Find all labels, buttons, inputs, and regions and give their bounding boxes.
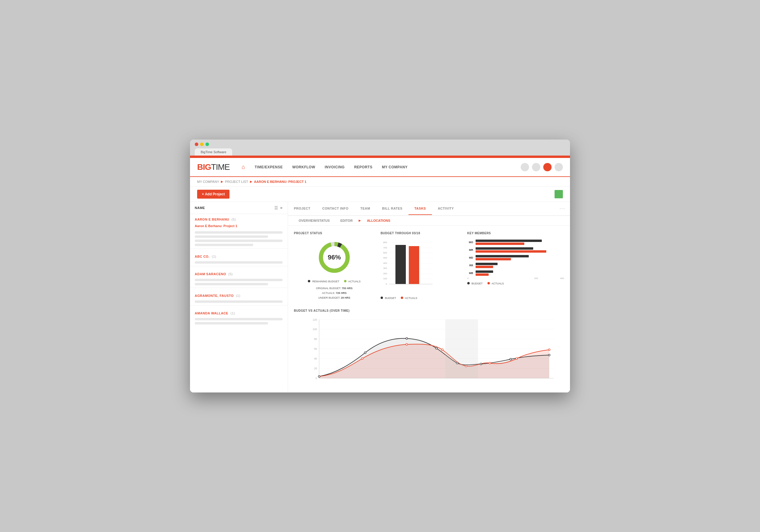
sidebar-group-label-abc: ABC CO.: [195, 255, 210, 258]
sidebar-divider-3: [190, 288, 288, 288]
svg-point-52: [516, 358, 517, 360]
nav-items: TIME/EXPENSE WORKFLOW INVOICING REPORTS …: [255, 165, 407, 169]
dot-red[interactable]: [195, 142, 198, 146]
svg-point-44: [480, 363, 482, 365]
breadcrumb: MY COMPANY ▶ PROJECT LIST ▶ AARON E BERH…: [190, 177, 570, 187]
svg-point-42: [436, 347, 437, 349]
svg-point-41: [406, 338, 407, 339]
sidebar-group-adam[interactable]: ADAM SARACENO (5): [190, 269, 288, 277]
svg-text:500: 500: [383, 257, 387, 259]
sidebar-group-count-aaron: (5): [232, 218, 236, 221]
tabs-bar: PROJECT CONTACT INFO TEAM BILL RATES TAS…: [288, 202, 570, 216]
nav-invoicing[interactable]: INVOICING: [325, 165, 345, 169]
dot-yellow[interactable]: [200, 142, 204, 146]
sidebar-group-label-agramonte: AGRAMONTE, FAUSTO: [195, 294, 234, 298]
sidebar-placeholder-adam-1: [195, 279, 283, 281]
top-bar: [190, 156, 570, 158]
sidebar-placeholder-adam-2: [195, 283, 268, 285]
member-budget-bar-mb: [476, 270, 494, 273]
sub-tabs: OVERVIEW/STATUS EDITOR ▶ ALLOCATIONS: [288, 216, 570, 226]
add-project-button[interactable]: + Add Project: [197, 190, 229, 199]
sub-tab-overview[interactable]: OVERVIEW/STATUS: [294, 216, 335, 225]
sidebar-item-aaron-project1[interactable]: Aaron E Berhanu: Project 1: [190, 222, 288, 229]
member-actuals-bar-md: [476, 258, 511, 260]
header-btn-user[interactable]: [532, 163, 540, 171]
sidebar-group-count-abc: (1): [212, 255, 216, 258]
svg-text:600: 600: [383, 252, 387, 254]
bar-legend-dot-budget: [381, 297, 383, 299]
sidebar-divider-4: [190, 305, 288, 306]
svg-point-53: [548, 349, 550, 351]
members-bars: MO MR: [467, 240, 564, 276]
svg-text:700: 700: [383, 246, 387, 249]
charts-row: PROJECT STATUS: [294, 231, 564, 301]
sidebar-group-aaron[interactable]: AARON E BERHANU (5): [190, 214, 288, 222]
legend-remaining: REMAINING BUDGET: [308, 280, 339, 283]
svg-point-46: [548, 354, 550, 356]
svg-text:100: 100: [383, 277, 387, 280]
sidebar-group-amanda[interactable]: AMANDA WALLACE (1): [190, 308, 288, 316]
sidebar-group-count-agramonte: (1): [236, 294, 240, 298]
donut-label: 96%: [328, 254, 341, 261]
tab-more[interactable]: ···: [555, 202, 570, 216]
svg-text:0: 0: [315, 377, 317, 380]
breadcrumb-my-company[interactable]: MY COMPANY: [197, 180, 219, 183]
tab-contact-info[interactable]: CONTACT INFO: [316, 203, 354, 215]
logo-big: BIG: [197, 163, 211, 172]
breadcrumb-current: AARON E BERHANU: PROJECT 1: [254, 180, 307, 183]
browser-chrome: BigTime Software: [190, 139, 570, 156]
member-bars-mr: [476, 247, 564, 253]
logo: BIG TIME: [197, 163, 230, 172]
svg-text:800: 800: [383, 241, 387, 244]
member-row-rr: RR: [467, 263, 564, 268]
svg-text:200: 200: [383, 272, 387, 275]
member-actuals-bar-mb: [476, 273, 489, 276]
header-btn-more[interactable]: [554, 163, 563, 171]
sidebar-placeholder-4: [195, 244, 253, 246]
key-members-card: KEY MEMBERS MO: [467, 231, 564, 301]
sidebar-group-abc[interactable]: ABC CO. (1): [190, 251, 288, 260]
sidebar-name-label: NAME: [195, 206, 272, 210]
browser-window: BigTime Software BIG TIME ⌂ TIME/EXPENSE…: [190, 139, 570, 393]
sub-tab-editor[interactable]: EDITOR: [336, 216, 357, 225]
right-panel: PROJECT CONTACT INFO TEAM BILL RATES TAS…: [288, 202, 570, 393]
sidebar-group-label-adam: ADAM SARACENO: [195, 272, 226, 276]
tab-bill-rates[interactable]: BILL RATES: [376, 203, 408, 215]
tab-tasks[interactable]: TASKS: [408, 203, 432, 215]
green-square-indicator: [554, 190, 563, 198]
sidebar-group-agramonte[interactable]: AGRAMONTE, FAUSTO (1): [190, 290, 288, 299]
sidebar-group-count-adam: (5): [228, 272, 233, 276]
sidebar-placeholder-amanda-1: [195, 318, 283, 320]
member-row-md: MD: [467, 255, 564, 260]
browser-tab[interactable]: BigTime Software: [195, 148, 232, 156]
tab-activity[interactable]: ACTIVITY: [432, 203, 460, 215]
line-chart-wrapper: 120 100 80 60 40 20 0: [303, 317, 564, 387]
svg-point-51: [489, 362, 491, 364]
header-btn-search[interactable]: [521, 163, 529, 171]
home-icon[interactable]: ⌂: [242, 164, 245, 170]
svg-text:40: 40: [314, 357, 317, 360]
svg-rect-54: [445, 319, 478, 378]
svg-text:80: 80: [314, 338, 317, 341]
members-legend-dot-actuals: [488, 282, 490, 284]
sidebar-placeholder-3: [195, 240, 283, 242]
member-actuals-bar-rr: [476, 266, 494, 268]
sub-tab-allocations[interactable]: ALLOCATIONS: [362, 216, 395, 225]
members-axis: 0 200 400: [467, 277, 564, 280]
breadcrumb-project-list[interactable]: PROJECT LIST: [225, 180, 248, 183]
header-btn-notifications[interactable]: [543, 163, 551, 171]
svg-rect-21: [396, 245, 406, 284]
sidebar: NAME ☰ ▶ AARON E BERHANU (5) Aaron E Ber…: [190, 202, 288, 393]
nav-workflow[interactable]: WORKFLOW: [292, 165, 315, 169]
member-bars-mb: [476, 270, 564, 276]
nav-time-expense[interactable]: TIME/EXPENSE: [255, 165, 283, 169]
svg-rect-22: [409, 246, 419, 284]
nav-reports[interactable]: REPORTS: [354, 165, 373, 169]
member-budget-bar-mr: [476, 247, 533, 250]
nav-my-company[interactable]: MY COMPANY: [382, 165, 407, 169]
dot-green[interactable]: [206, 142, 209, 146]
tab-team[interactable]: TEAM: [355, 203, 376, 215]
browser-dots: [195, 142, 565, 146]
member-label-mr: MR: [467, 249, 473, 252]
tab-project[interactable]: PROJECT: [288, 203, 316, 215]
